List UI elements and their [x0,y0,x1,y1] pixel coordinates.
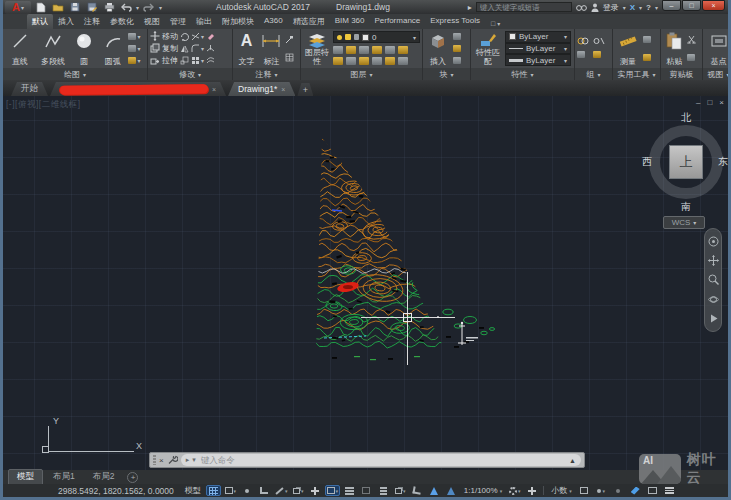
units-dropdown[interactable]: 小数 ▾ [548,484,575,497]
lock-ui-toggle[interactable]: ▾ [594,485,609,496]
3d-object-snap-toggle[interactable]: ▾ [393,485,408,496]
grid-toggle[interactable] [206,485,221,496]
open-file-button[interactable] [51,2,65,13]
annotation-scale-button[interactable]: 1:1/100% ▾ [461,485,505,496]
hatch-tool[interactable]: ▾ [128,56,145,66]
mirror-tool[interactable] [180,43,189,53]
layer-tool-icon[interactable] [385,46,395,54]
drawing-area[interactable]: [-][俯视][二维线框] – □ × 上 北 南 西 东 WCS ▾ [3,96,728,470]
panel-block-label[interactable]: 块 ▾ [423,68,470,80]
steering-wheel-icon[interactable] [708,236,719,247]
lineweight-dropdown[interactable]: ByLayer ▾ [505,43,571,55]
copy-clip-tool[interactable] [687,53,700,63]
command-line-wrench-icon[interactable] [167,455,178,465]
layer-tool-icon[interactable] [398,57,408,65]
match-properties-tool[interactable]: 特性匹配 [473,30,503,67]
panel-annotation-label[interactable]: 注释 ▾ [233,68,300,80]
group-tool[interactable] [577,36,591,46]
fillet-tool[interactable]: ▾ [191,43,204,53]
text-tool[interactable]: A 文字 [235,30,258,67]
save-as-button[interactable] [85,2,99,13]
layout-tab-layout2[interactable]: 布局2 [85,470,123,484]
layer-tool-icon[interactable] [372,46,382,54]
layout-tab-layout1[interactable]: 布局1 [45,470,83,484]
workspace-switcher[interactable]: ▾ [507,485,522,496]
redo-button[interactable] [142,2,156,13]
move-tool[interactable]: 移动 [150,31,178,42]
ribbon-display-toggle[interactable]: □ ▾ [491,20,500,29]
close-button[interactable]: × [702,0,725,11]
new-layout-button[interactable]: + [127,472,138,483]
ribbon-tab-2[interactable]: 注释 [79,14,105,29]
doc-restore-icon[interactable]: □ [707,98,712,107]
leader-tool[interactable] [285,34,298,44]
pan-icon[interactable] [708,255,719,266]
viewcube-south-label[interactable]: 南 [675,200,697,214]
ribbon-tab-10[interactable]: BIM 360 [330,14,370,29]
copy-tool[interactable]: 复制 [150,43,178,54]
scale-tool[interactable] [180,56,189,66]
file-tab-start[interactable]: 开始 [11,82,48,96]
viewcube-west-label[interactable]: 西 [636,155,658,169]
search-binoculars-icon[interactable] [576,3,587,12]
ribbon-tab-12[interactable]: Express Tools [425,14,485,29]
create-block-tool[interactable] [453,56,468,66]
ribbon-tab-3[interactable]: 参数化 [105,14,139,29]
insert-block-tool[interactable]: 插入 [425,30,451,67]
layer-dropdown[interactable]: 0 ▾ [333,31,420,43]
panel-draw-label[interactable]: 绘图 ▾ [3,68,147,80]
layer-tool-icon[interactable] [359,57,369,65]
rectangle-tool[interactable]: ▾ [128,31,145,41]
point-tool[interactable] [643,53,658,63]
qat-customize-dropdown-icon[interactable]: ▾ [159,4,162,11]
doc-close-icon[interactable]: × [719,98,724,107]
group-selection-toggle[interactable] [593,50,607,60]
linetype-dropdown[interactable]: ByLayer ▾ [505,54,571,66]
save-button[interactable] [68,2,82,13]
ribbon-tab-0[interactable]: 默认 [27,14,53,29]
annotation-scale-add-toggle[interactable] [524,485,539,496]
undo-dropdown-icon[interactable]: ▾ [136,4,139,11]
layer-tool-icon[interactable] [398,46,408,54]
base-tool[interactable]: 基点 [705,30,731,67]
panel-groups-label[interactable]: 组 ▾ [575,68,612,80]
layer-properties-button[interactable]: 图层特性 [303,30,331,67]
ribbon-tab-8[interactable]: A360 [259,14,288,29]
ungroup-tool[interactable] [593,36,607,46]
command-line-grip[interactable] [153,455,156,465]
undo-button[interactable] [119,2,133,13]
quick-properties-toggle[interactable] [577,485,592,496]
application-menu-button[interactable]: A ▾ [5,1,31,14]
file-tab-drawing1[interactable]: Drawing1* × [228,82,295,96]
ribbon-tab-5[interactable]: 管理 [165,14,191,29]
trim-tool[interactable]: ▾ [191,31,204,41]
viewcube-north-label[interactable]: 北 [675,111,697,125]
viewcube-top-face[interactable]: 上 [669,145,703,179]
showmotion-icon[interactable] [708,313,719,324]
file-tab-close-icon[interactable]: × [212,86,216,93]
panel-properties-label[interactable]: 特性 ▾ [471,68,574,80]
new-drawing-tab-button[interactable]: + [297,83,313,96]
exchange-dropdown-icon[interactable]: ▾ [639,4,642,11]
circle-tool[interactable]: 圆 [72,30,97,67]
ribbon-tab-1[interactable]: 插入 [53,14,79,29]
infer-constraints-toggle[interactable] [240,485,255,496]
panel-modify-label[interactable]: 修改 ▾ [148,68,232,80]
maximize-button[interactable]: □ [682,0,701,11]
layout-tab-model[interactable]: 模型 [8,469,43,485]
layer-tool-icon[interactable] [333,46,343,54]
line-tool[interactable]: 直线 [5,30,34,67]
infocenter-collapse-icon[interactable]: ▸ [468,3,472,12]
layer-tool-icon[interactable] [333,57,343,65]
panel-clipboard-label[interactable]: 剪贴板 [661,68,702,80]
new-file-button[interactable] [34,2,48,13]
panel-layers-label[interactable]: 图层 ▾ [301,68,422,80]
ribbon-tab-7[interactable]: 附加模块 [217,14,259,29]
layer-tool-icon[interactable] [359,46,369,54]
wcs-dropdown[interactable]: WCS ▾ [663,216,705,229]
isodraft-toggle[interactable]: ▾ [291,485,306,496]
command-input[interactable] [199,454,566,466]
measure-tool[interactable]: 测量 [615,30,641,67]
ribbon-tab-9[interactable]: 精选应用 [288,14,330,29]
model-space-toggle[interactable]: 模型 [182,484,204,497]
